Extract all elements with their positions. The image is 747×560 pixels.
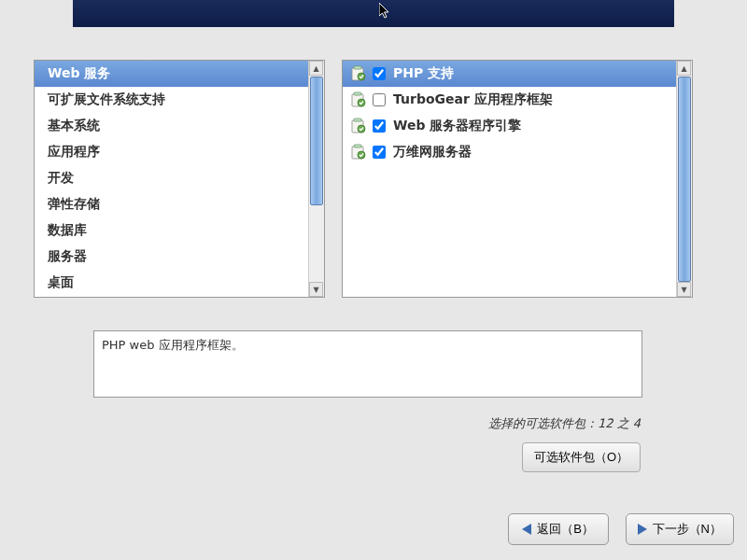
category-item[interactable]: 基本系统 — [35, 113, 308, 139]
category-item[interactable]: 桌面 — [35, 270, 308, 296]
svg-rect-1 — [354, 66, 361, 69]
svg-rect-7 — [354, 119, 361, 121]
package-item[interactable]: Web 服务器程序引擎 — [343, 113, 676, 139]
package-scrollbar[interactable]: ▲ ▼ — [676, 61, 692, 297]
package-label: TurboGear 应用程序框架 — [393, 91, 553, 108]
package-panel: PHP 支持TurboGear 应用程序框架Web 服务器程序引擎万维网服务器 … — [342, 60, 693, 298]
package-item[interactable]: TurboGear 应用程序框架 — [343, 87, 676, 113]
arrow-right-icon — [638, 524, 647, 535]
package-item[interactable]: 万维网服务器 — [343, 139, 676, 165]
next-button[interactable]: 下一步（N） — [626, 513, 734, 545]
category-item[interactable]: 应用程序 — [35, 139, 308, 165]
scroll-down-icon[interactable]: ▼ — [677, 282, 691, 297]
category-item[interactable]: 弹性存储 — [35, 191, 308, 217]
status-text: 选择的可选软件包：12 之 4 — [488, 415, 641, 432]
scroll-thumb[interactable] — [678, 77, 691, 282]
back-button[interactable]: 返回（B） — [508, 513, 609, 545]
package-icon — [350, 65, 367, 82]
scroll-down-icon[interactable]: ▼ — [309, 282, 323, 297]
package-checkbox[interactable] — [373, 146, 386, 159]
description-textarea: PHP web 应用程序框架。 — [93, 330, 642, 398]
package-label: 万维网服务器 — [393, 144, 472, 161]
category-item[interactable]: 数据库 — [35, 217, 308, 244]
arrow-left-icon — [522, 524, 531, 535]
package-checkbox[interactable] — [373, 67, 386, 80]
package-item[interactable]: PHP 支持 — [343, 61, 676, 87]
scroll-thumb[interactable] — [310, 77, 323, 205]
package-icon — [350, 91, 367, 108]
category-item[interactable]: 可扩展文件系统支持 — [35, 87, 308, 113]
category-item[interactable]: Web 服务 — [35, 61, 308, 87]
installer-header — [73, 0, 674, 27]
package-checkbox[interactable] — [373, 93, 386, 106]
package-icon — [350, 144, 367, 161]
package-checkbox[interactable] — [373, 119, 386, 133]
package-label: PHP 支持 — [393, 65, 454, 82]
package-list[interactable]: PHP 支持TurboGear 应用程序框架Web 服务器程序引擎万维网服务器 — [343, 61, 676, 297]
scroll-up-icon[interactable]: ▲ — [677, 61, 691, 76]
optional-packages-button[interactable]: 可选软件包（O） — [522, 442, 641, 472]
scroll-up-icon[interactable]: ▲ — [309, 61, 323, 76]
category-scrollbar[interactable]: ▲ ▼ — [308, 61, 324, 297]
category-panel: Web 服务可扩展文件系统支持基本系统应用程序开发弹性存储数据库服务器桌面 ▲ … — [34, 60, 325, 298]
category-list[interactable]: Web 服务可扩展文件系统支持基本系统应用程序开发弹性存储数据库服务器桌面 — [35, 61, 308, 297]
package-label: Web 服务器程序引擎 — [393, 118, 521, 134]
category-item[interactable]: 开发 — [35, 165, 308, 191]
category-item[interactable]: 服务器 — [35, 244, 308, 270]
svg-rect-4 — [354, 92, 361, 95]
svg-rect-10 — [354, 145, 361, 147]
package-icon — [350, 118, 367, 134]
